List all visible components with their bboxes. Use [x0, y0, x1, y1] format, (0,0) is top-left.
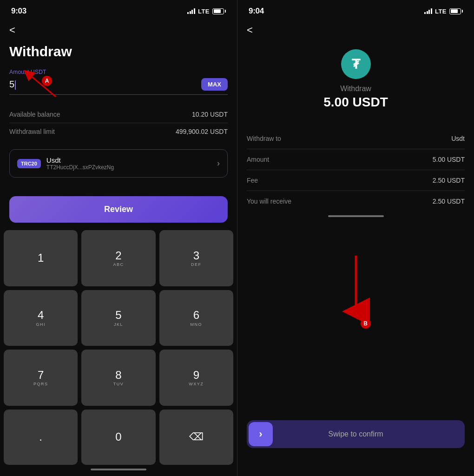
- network-name: Usdt: [46, 156, 217, 164]
- amount-section: Amount USDT 5 MAX: [0, 69, 237, 95]
- status-bar-right: 9:04 LTE: [237, 0, 474, 20]
- network-address: TT2HuccDjX...sxPZvkezNg: [46, 164, 217, 171]
- page-title-left: Withdraw: [0, 40, 237, 69]
- numpad-key-2[interactable]: 2 ABC: [81, 230, 155, 286]
- detail-label-withdraw-to: Withdraw to: [247, 135, 281, 142]
- swipe-label: Swipe to confirm: [273, 430, 463, 438]
- lte-label-left: LTE: [198, 8, 210, 15]
- detail-label-fee: Fee: [247, 177, 258, 184]
- amount-label: Amount USDT: [9, 69, 228, 75]
- swipe-chevron-icon: ›: [259, 428, 262, 440]
- network-info: Usdt TT2HuccDjX...sxPZvkezNg: [46, 156, 217, 171]
- detail-label-receive: You will receive: [247, 198, 291, 205]
- tether-icon: ₮: [341, 49, 371, 79]
- withdrawal-limit-row: Withdrawal limit 499,900.02 USDT: [9, 123, 228, 140]
- numpad-key-3[interactable]: 3 DEF: [159, 230, 233, 286]
- detail-row-receive: You will receive 2.50 USDT: [247, 191, 465, 212]
- annotation-a-badge: A: [42, 76, 52, 86]
- signal-icon-right: [424, 8, 432, 14]
- swipe-track[interactable]: › Swipe to confirm: [247, 420, 465, 448]
- status-time-left: 9:03: [11, 7, 26, 16]
- app-container: 9:03 LTE < With: [0, 0, 474, 476]
- numpad-key-9[interactable]: 9 WXYZ: [159, 350, 233, 406]
- home-indicator-left: [91, 469, 146, 470]
- detail-value-fee: 2.50 USDT: [433, 177, 465, 184]
- status-icons-left: LTE: [187, 8, 226, 15]
- numpad-key-delete[interactable]: ⌫: [159, 410, 233, 465]
- details-section: Withdraw to Usdt Amount 5.00 USDT Fee 2.…: [237, 128, 474, 212]
- numpad-key-dot[interactable]: .: [4, 410, 78, 465]
- withdrawal-limit-label: Withdrawal limit: [9, 128, 55, 135]
- status-time-right: 9:04: [249, 7, 264, 16]
- numpad-key-1[interactable]: 1: [4, 230, 78, 286]
- swipe-handle[interactable]: ›: [249, 422, 273, 446]
- numpad-key-5[interactable]: 5 JKL: [81, 290, 155, 346]
- confirm-title: Withdraw: [340, 85, 371, 93]
- available-balance-row: Available balance 10.20 USDT: [9, 106, 228, 123]
- battery-icon-left: [212, 8, 226, 14]
- annotation-b-badge: B: [361, 318, 371, 329]
- chevron-right-icon: ›: [217, 159, 220, 168]
- left-phone-screen: 9:03 LTE < With: [0, 0, 237, 476]
- network-card[interactable]: TRC20 Usdt TT2HuccDjX...sxPZvkezNg ›: [9, 149, 228, 178]
- home-indicator-right: [328, 215, 384, 217]
- detail-row-amount: Amount 5.00 USDT: [247, 149, 465, 170]
- delete-icon: ⌫: [189, 431, 204, 443]
- confirm-header: ₮ Withdraw 5.00 USDT: [237, 40, 474, 119]
- detail-value-amount: 5.00 USDT: [433, 156, 465, 163]
- numpad-key-7[interactable]: 7 PQRS: [4, 350, 78, 406]
- detail-label-amount: Amount: [247, 156, 269, 163]
- amount-value: 5: [9, 79, 201, 90]
- lte-label-right: LTE: [435, 8, 447, 15]
- swipe-section: › Swipe to confirm: [247, 420, 465, 448]
- numpad-key-6[interactable]: 6 MNO: [159, 290, 233, 346]
- right-phone-screen: 9:04 LTE <: [237, 0, 474, 476]
- numpad: 1 2 ABC 3 DEF 4 GHI 5 JKL 6 MNO: [0, 230, 237, 465]
- network-badge: TRC20: [17, 159, 41, 168]
- status-icons-right: LTE: [424, 8, 463, 15]
- back-button-right[interactable]: <: [237, 20, 474, 40]
- balance-info: Available balance 10.20 USDT Withdrawal …: [0, 106, 237, 140]
- detail-value-withdraw-to: Usdt: [451, 135, 465, 142]
- max-button[interactable]: MAX: [201, 78, 228, 91]
- numpad-key-8[interactable]: 8 TUV: [81, 350, 155, 406]
- available-balance-value: 10.20 USDT: [192, 111, 228, 118]
- review-button[interactable]: Review: [9, 196, 228, 223]
- detail-row-withdraw-to: Withdraw to Usdt: [247, 128, 465, 149]
- withdrawal-limit-value: 499,900.02 USDT: [176, 128, 228, 135]
- status-bar-left: 9:03 LTE: [0, 0, 237, 20]
- detail-value-receive: 2.50 USDT: [433, 198, 465, 205]
- detail-row-fee: Fee 2.50 USDT: [247, 170, 465, 191]
- numpad-key-4[interactable]: 4 GHI: [4, 290, 78, 346]
- available-balance-label: Available balance: [9, 111, 60, 118]
- confirm-amount: 5.00 USDT: [323, 95, 388, 110]
- battery-icon-right: [449, 8, 463, 14]
- tether-symbol: ₮: [352, 57, 360, 72]
- signal-icon-left: [187, 8, 195, 14]
- back-button-left[interactable]: <: [0, 20, 237, 40]
- numpad-key-0[interactable]: 0: [81, 410, 155, 465]
